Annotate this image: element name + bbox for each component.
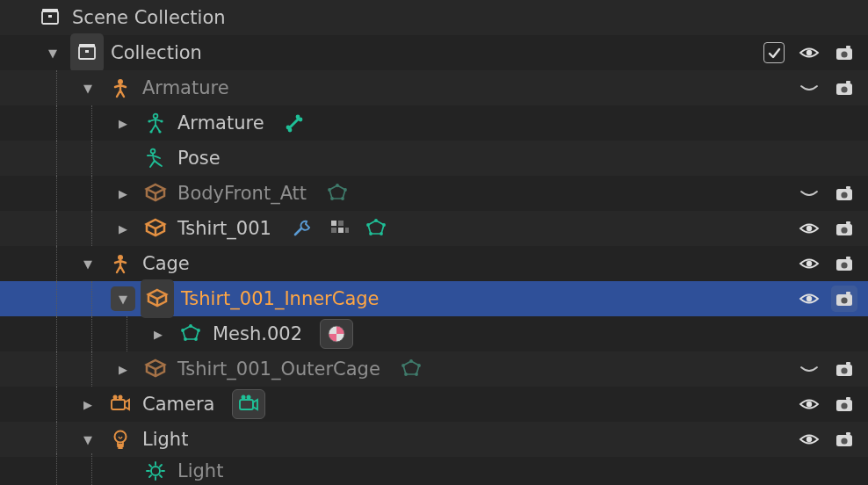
sun-icon: [141, 453, 170, 485]
row-light[interactable]: ▼ Light: [0, 422, 868, 457]
row-pose[interactable]: ▶ Pose: [0, 141, 868, 176]
expand-toggle[interactable]: ▼: [70, 246, 105, 281]
row-collection[interactable]: ▼ Collection: [0, 35, 868, 70]
collection-icon: [70, 33, 104, 72]
row-cage[interactable]: ▼ Cage: [0, 246, 868, 281]
exclude-checkbox[interactable]: [761, 40, 787, 66]
expand-toggle[interactable]: ▶: [105, 351, 141, 387]
inner-cage-label: Tshirt_001_InnerCage: [181, 288, 380, 309]
uv-icon: [326, 215, 352, 242]
row-inner-cage[interactable]: ▼ Tshirt_001_InnerCage: [0, 281, 868, 316]
expand-toggle[interactable]: ▼: [70, 422, 105, 457]
vertex-group-icon: [398, 356, 424, 382]
collection-label: Collection: [111, 42, 202, 63]
armature-data-icon: [141, 105, 170, 141]
render-toggle[interactable]: [831, 75, 857, 101]
row-scene-collection[interactable]: Scene Collection: [0, 0, 868, 35]
visibility-toggle[interactable]: [796, 215, 822, 242]
expand-toggle[interactable]: ▶: [70, 387, 105, 422]
visibility-toggle[interactable]: [796, 356, 822, 382]
tshirt-label: Tshirt_001: [177, 218, 271, 239]
render-toggle[interactable]: [831, 250, 857, 277]
visibility-toggle[interactable]: [796, 426, 822, 452]
pose-icon: [141, 141, 170, 176]
row-armature-data[interactable]: ▶ Armature: [0, 105, 868, 141]
row-light-data[interactable]: ▶ Light: [0, 457, 868, 485]
visibility-toggle[interactable]: [796, 250, 822, 277]
expand-toggle[interactable]: ▶: [105, 176, 141, 211]
expand-toggle[interactable]: ▶: [105, 105, 141, 141]
material-icon[interactable]: [320, 319, 353, 349]
camera-data-icon[interactable]: [232, 389, 265, 419]
visibility-toggle[interactable]: [796, 286, 822, 312]
expand-toggle[interactable]: ▶: [141, 316, 176, 351]
row-outer-cage[interactable]: ▶ Tshirt_001_OuterCage: [0, 351, 868, 387]
row-camera[interactable]: ▶ Camera: [0, 387, 868, 422]
scene-collection-label: Scene Collection: [72, 7, 226, 28]
mesh002-label: Mesh.002: [213, 323, 302, 344]
light-icon: [105, 422, 135, 457]
render-toggle[interactable]: [831, 40, 857, 66]
render-toggle[interactable]: [831, 215, 857, 242]
expand-toggle[interactable]: ▼: [35, 35, 70, 70]
render-toggle[interactable]: [831, 180, 857, 206]
visibility-toggle[interactable]: [796, 40, 822, 66]
visibility-toggle[interactable]: [796, 391, 822, 417]
collection-icon: [35, 0, 65, 35]
row-bodyfront[interactable]: ▶ BodyFront_Att: [0, 176, 868, 211]
outer-cage-label: Tshirt_001_OuterCage: [177, 358, 380, 380]
armature-icon: [105, 246, 135, 281]
row-mesh002[interactable]: ▶ Mesh.002: [0, 316, 868, 351]
mesh-icon: [141, 279, 174, 318]
mesh-icon: [141, 176, 170, 211]
row-tshirt[interactable]: ▶ Tshirt_001: [0, 211, 868, 246]
mesh-icon: [141, 211, 170, 246]
vertex-group-icon: [324, 180, 351, 206]
outliner-tree[interactable]: Scene Collection ▼ Collection ▼ Armature…: [0, 0, 868, 485]
armature-data-label: Armature: [177, 112, 264, 134]
expand-toggle[interactable]: ▼: [70, 70, 105, 105]
camera-icon: [105, 387, 135, 422]
armature-icon: [105, 70, 135, 105]
camera-label: Camera: [142, 394, 214, 415]
light-data-label: Light: [177, 460, 223, 481]
light-label: Light: [142, 429, 188, 450]
render-toggle[interactable]: [831, 286, 857, 312]
mesh-icon: [141, 351, 170, 387]
expand-toggle[interactable]: ▼: [111, 286, 135, 311]
visibility-toggle[interactable]: [796, 180, 822, 206]
bone-icon: [282, 110, 308, 136]
render-toggle[interactable]: [831, 356, 857, 382]
expand-toggle[interactable]: ▶: [105, 211, 141, 246]
render-toggle[interactable]: [831, 391, 857, 417]
row-armature-obj[interactable]: ▼ Armature: [0, 70, 868, 105]
render-toggle[interactable]: [831, 426, 857, 452]
visibility-toggle[interactable]: [796, 75, 822, 101]
wrench-icon: [289, 215, 315, 242]
armature-obj-label: Armature: [142, 77, 229, 98]
bodyfront-label: BodyFront_Att: [177, 183, 307, 204]
pose-label: Pose: [177, 148, 221, 169]
vertex-group-icon: [363, 215, 389, 242]
cage-label: Cage: [142, 253, 190, 274]
vertex-group-icon: [176, 316, 206, 351]
